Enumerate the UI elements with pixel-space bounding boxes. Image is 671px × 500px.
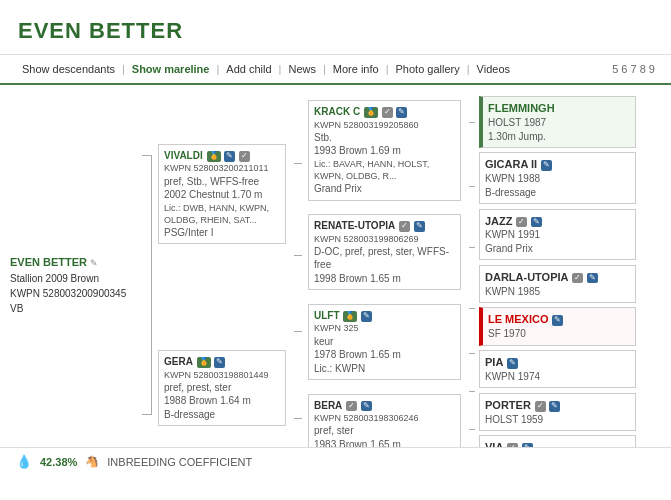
dss-name: LE MEXICO (488, 313, 549, 325)
ssd-detail: B-dressage (485, 186, 630, 200)
subject-line1: Stallion 2009 Brown (10, 271, 132, 286)
dss-breed: SF 1970 (488, 327, 630, 341)
sd-line1: D-OC, pref, prest, ster, WFFS-free (314, 245, 455, 272)
horse-icon: 🐴 (85, 455, 99, 468)
navigation: Show descendants | Show mareline | Add c… (0, 55, 671, 85)
sire-kwpn: KWPN 528003200211011 (164, 162, 280, 174)
drop-icon: 💧 (16, 454, 32, 469)
nav-add-child[interactable]: Add child (220, 61, 277, 77)
ss-name: KRACK C (314, 106, 360, 117)
sdd-breed: KWPN 1985 (485, 285, 630, 299)
nav-photo-gallery[interactable]: Photo gallery (390, 61, 466, 77)
sire-line4: PSG/Inter I (164, 226, 280, 240)
nav-show-mareline[interactable]: Show mareline (126, 61, 216, 77)
ds-name: ULFT (314, 310, 340, 321)
dsd-name: PIA (485, 356, 503, 368)
sire-dam-card[interactable]: RENATE-UTOPIA ✓ ✎ KWPN 528003199806269 D… (308, 214, 461, 290)
sd-line2: 1998 Brown 1.65 m (314, 272, 455, 286)
dam-badge2: ✎ (214, 357, 225, 368)
dam-sire-card[interactable]: ULFT 🏅 ✎ KWPN 325 keur 1978 Brown 1.65 m… (308, 304, 461, 380)
sss-name: FLEMMINGH (488, 102, 555, 114)
subject-vb: VB (10, 301, 132, 316)
footer: 💧 42.38% 🐴 INBREEDING COEFFICIENT (0, 447, 671, 475)
dam-kwpn: KWPN 528003198801449 (164, 369, 280, 381)
sire-sire-card[interactable]: KRACK C 🏅 ✓ ✎ KWPN 528003199205860 Stb. … (308, 100, 461, 200)
ds-line3: Lic.: KWPN (314, 362, 455, 376)
nav-videos[interactable]: Videos (471, 61, 516, 77)
subject-column: EVEN BETTER ✎ Stallion 2009 Brown KWPN 5… (10, 95, 140, 475)
sire-badge2: ✎ (224, 151, 235, 162)
subject-name: EVEN BETTER (10, 256, 87, 268)
page-title: EVEN BETTER (18, 18, 653, 44)
sd-dam-card[interactable]: DARLA-UTOPIA ✓ ✎ KWPN 1985 (479, 265, 636, 303)
ds-line2: 1978 Brown 1.65 m (314, 348, 455, 362)
sire-card[interactable]: VIVALDI 🏅 ✎ ✓ KWPN 528003200211011 pref,… (158, 144, 286, 244)
dds-breed: HOLST 1959 (485, 413, 630, 427)
ss-line2: 1993 Brown 1.69 m (314, 144, 455, 158)
page-numbers[interactable]: 5 6 7 8 9 (612, 63, 655, 75)
dam-badge1: 🏅 (197, 357, 211, 368)
dd-line1: pref, ster (314, 424, 455, 438)
dd-name: BERA (314, 400, 342, 411)
sss-breed: HOLST 1987 (488, 116, 630, 130)
ggparents-column: FLEMMINGH HOLST 1987 1.30m Jump. GICARA … (475, 95, 640, 475)
inbreeding-coefficient: 42.38% (40, 456, 77, 468)
nav-news[interactable]: News (282, 61, 322, 77)
ss-dam-card[interactable]: GICARA II ✎ KWPN 1988 B-dressage (479, 152, 636, 204)
ss-line3: Lic.: BAVAR, HANN, HOLST, KWPN, OLDBG, R… (314, 158, 455, 182)
grandparents-column: KRACK C 🏅 ✓ ✎ KWPN 528003199205860 Stb. … (302, 95, 467, 475)
sd-sire-card[interactable]: JAZZ ✓ ✎ KWPN 1991 Grand Prix (479, 209, 636, 261)
sire-line1: pref, Stb., WFFS-free (164, 175, 280, 189)
ssd-breed: KWPN 1988 (485, 172, 630, 186)
sss-detail: 1.30m Jump. (488, 130, 630, 144)
header: EVEN BETTER Show descendants | Show mare… (0, 0, 671, 85)
sire-badge1: 🏅 (207, 151, 221, 162)
ds-dam-card[interactable]: PIA ✎ KWPN 1974 (479, 350, 636, 388)
pedigree-area: EVEN BETTER ✎ Stallion 2009 Brown KWPN 5… (0, 85, 671, 475)
sire-name: VIVALDI (164, 150, 203, 161)
sire-line3: Lic.: DWB, HANN, KWPN, OLDBG, RHEIN, SAT… (164, 202, 280, 226)
dam-line1: pref, prest, ster (164, 381, 280, 395)
dam-card[interactable]: GERA 🏅 ✎ KWPN 528003198801449 pref, pres… (158, 350, 286, 426)
sds-breed: KWPN 1991 (485, 228, 630, 242)
dam-line2: 1988 Brown 1.64 m (164, 394, 280, 408)
ds-kwpn: KWPN 325 (314, 322, 455, 334)
dam-name: GERA (164, 356, 193, 367)
sire-line2: 2002 Chestnut 1.70 m (164, 188, 280, 202)
ss-line4: Grand Prix (314, 182, 455, 196)
sd-name: RENATE-UTOPIA (314, 220, 395, 231)
parents-column: VIVALDI 🏅 ✎ ✓ KWPN 528003200211011 pref,… (152, 95, 292, 475)
dsd-breed: KWPN 1974 (485, 370, 630, 384)
ss-sire-card[interactable]: FLEMMINGH HOLST 1987 1.30m Jump. (479, 96, 636, 148)
inbreeding-label: INBREEDING COEFFICIENT (107, 456, 252, 468)
nav-show-descendants[interactable]: Show descendants (16, 61, 121, 77)
sire-badge3: ✓ (239, 151, 250, 162)
subject-kwpn: KWPN 528003200900345 (10, 286, 132, 301)
dd-kwpn: KWPN 528003198306246 (314, 412, 455, 424)
sds-name: JAZZ (485, 215, 513, 227)
dd-sire-card[interactable]: PORTER ✓ ✎ HOLST 1959 (479, 393, 636, 431)
pedigree-chart: EVEN BETTER ✎ Stallion 2009 Brown KWPN 5… (10, 95, 661, 475)
sds-detail: Grand Prix (485, 242, 630, 256)
ds-line1: keur (314, 335, 455, 349)
ds-sire-card[interactable]: LE MEXICO ✎ SF 1970 (479, 307, 636, 345)
dds-name: PORTER (485, 399, 531, 411)
sdd-name: DARLA-UTOPIA (485, 271, 569, 283)
ss-kwpn: KWPN 528003199205860 (314, 119, 455, 131)
nav-more-info[interactable]: More info (327, 61, 385, 77)
dam-line3: B-dressage (164, 408, 280, 422)
ss-line1: Stb. (314, 131, 455, 145)
sd-kwpn: KWPN 528003199806269 (314, 233, 455, 245)
ssd-name: GICARA II (485, 158, 537, 170)
